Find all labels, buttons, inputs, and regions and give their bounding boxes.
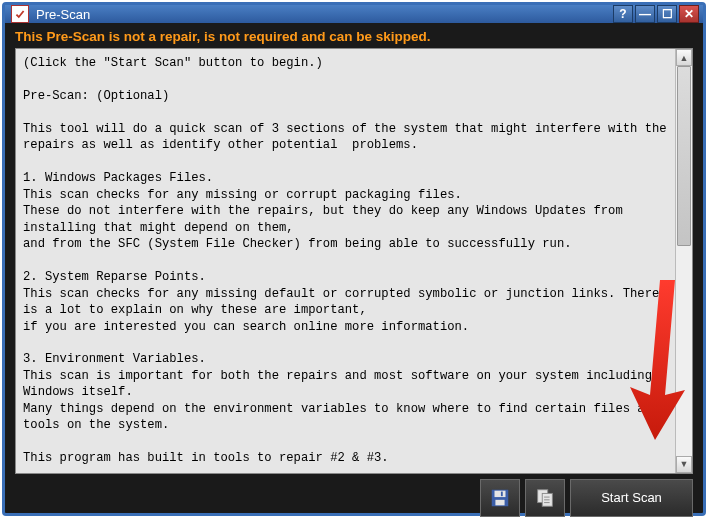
maximize-button[interactable]: ☐ [657,5,677,23]
content-area: (Click the "Start Scan" button to begin.… [5,48,703,520]
scroll-down-button[interactable]: ▼ [676,456,692,473]
svg-rect-1 [495,490,506,496]
log-text[interactable]: (Click the "Start Scan" button to begin.… [16,49,675,473]
svg-rect-3 [501,491,503,496]
warning-banner: This Pre-Scan is not a repair, is not re… [5,23,703,48]
scroll-up-button[interactable]: ▲ [676,49,692,66]
save-log-button[interactable] [480,479,520,517]
help-button[interactable]: ? [613,5,633,23]
minimize-button[interactable]: — [635,5,655,23]
svg-rect-2 [495,500,504,506]
app-window: Pre-Scan ? — ☐ ✕ This Pre-Scan is not a … [2,2,706,516]
start-scan-button[interactable]: Start Scan [570,479,693,517]
close-button[interactable]: ✕ [679,5,699,23]
log-pane: (Click the "Start Scan" button to begin.… [15,48,693,474]
vertical-scrollbar[interactable]: ▲ ▼ [675,49,692,473]
scroll-track[interactable] [676,66,692,456]
titlebar: Pre-Scan ? — ☐ ✕ [5,5,703,23]
copy-log-button[interactable] [525,479,565,517]
action-row: Start Scan [15,474,693,520]
copy-icon [534,487,556,509]
save-icon [489,487,511,509]
app-icon [11,5,29,23]
window-title: Pre-Scan [36,7,90,22]
scroll-thumb[interactable] [677,66,691,246]
